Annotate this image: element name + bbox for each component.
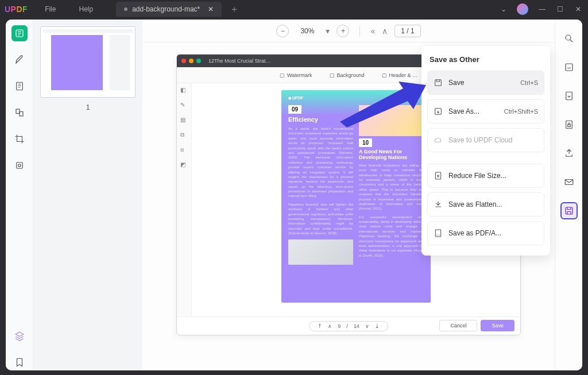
pager-prev-icon[interactable]: ∧ bbox=[328, 323, 332, 329]
ocr-icon[interactable] bbox=[560, 59, 578, 76]
inner-tool-icon[interactable]: ◧ bbox=[180, 87, 188, 95]
share-icon[interactable] bbox=[560, 145, 578, 162]
menu-label: Save as PDF/A... bbox=[448, 229, 501, 237]
svg-rect-13 bbox=[435, 80, 442, 86]
body-text: As a result, the bank's conventional doc… bbox=[288, 126, 353, 199]
body-text: For successful development and sustainab… bbox=[359, 215, 424, 258]
menu-save-cloud[interactable]: Save to UPDF Cloud bbox=[427, 128, 544, 152]
zoom-out-button[interactable]: − bbox=[276, 25, 289, 37]
menu-label: Save bbox=[448, 79, 464, 87]
doc-image bbox=[359, 105, 424, 136]
menu-label: Save as Flatten... bbox=[448, 200, 502, 208]
tab-header-footer[interactable]: ▢ Header & … bbox=[382, 72, 418, 78]
svg-rect-4 bbox=[16, 163, 22, 169]
inner-left-tools: ◧ ✎ ▤ ⧉ ⧇ ◩ bbox=[177, 83, 192, 316]
svg-rect-2 bbox=[16, 109, 20, 114]
document-page: ◆ UPDF 09 Efficiency As a result, the ba… bbox=[281, 90, 431, 303]
crop-tool-icon[interactable] bbox=[11, 131, 28, 147]
pager-next-icon[interactable]: ∨ bbox=[365, 323, 369, 329]
user-avatar[interactable] bbox=[517, 3, 528, 15]
inner-tool-icon[interactable]: ⧉ bbox=[180, 132, 188, 140]
comment-tool-icon[interactable] bbox=[11, 52, 28, 68]
pager-last-icon[interactable]: ⤓ bbox=[375, 323, 380, 329]
app-frame: 1 − 30% ▾ + « ∧ 1 / 1 12The Most Cr bbox=[6, 20, 582, 370]
pager-current: 9 bbox=[338, 323, 341, 329]
zoom-dropdown-icon[interactable]: ▾ bbox=[326, 26, 330, 36]
tab-title: add-background-mac* bbox=[132, 5, 200, 13]
page-separator: / bbox=[407, 27, 408, 35]
view-toolbar: − 30% ▾ + « ∧ 1 / 1 bbox=[142, 20, 555, 42]
section-number: 10 bbox=[359, 138, 372, 147]
close-window-button[interactable]: ✕ bbox=[575, 5, 583, 13]
page-thumbnail[interactable] bbox=[40, 26, 136, 98]
email-icon[interactable] bbox=[560, 173, 578, 191]
menu-save-as[interactable]: Save As... Ctrl+Shift+S bbox=[427, 99, 544, 123]
thumbnail-panel: 1 bbox=[33, 20, 142, 370]
tools-icon[interactable] bbox=[11, 157, 28, 173]
svg-rect-10 bbox=[567, 125, 570, 127]
inner-tool-icon[interactable]: ✎ bbox=[180, 102, 188, 110]
inner-tool-icon[interactable]: ⧇ bbox=[180, 146, 188, 154]
convert-icon[interactable] bbox=[560, 87, 578, 105]
search-icon[interactable] bbox=[560, 30, 578, 47]
menu-save-pdfa[interactable]: Save as PDF/A... bbox=[427, 221, 544, 245]
menu-file[interactable]: File bbox=[45, 5, 56, 13]
svg-rect-17 bbox=[435, 230, 440, 237]
svg-rect-11 bbox=[565, 180, 573, 185]
thumbnail-page-number: 1 bbox=[40, 103, 136, 111]
total-pages: 1 bbox=[411, 27, 415, 35]
menu-save-flatten[interactable]: Save as Flatten... bbox=[427, 192, 544, 217]
svg-rect-12 bbox=[566, 207, 572, 214]
menu-reduce-size[interactable]: Reduce File Size... bbox=[427, 164, 544, 188]
svg-rect-8 bbox=[566, 92, 572, 100]
right-toolbar bbox=[555, 20, 582, 370]
document-tab[interactable]: add-background-mac* ✕ bbox=[116, 2, 222, 17]
menu-label: Save to UPDF Cloud bbox=[448, 136, 512, 144]
pager-first-icon[interactable]: ⤒ bbox=[318, 323, 322, 329]
save-as-other-popover: Save as Other Save Ctrl+S Save As... Ctr… bbox=[421, 46, 550, 256]
inner-tool-icon[interactable]: ◩ bbox=[180, 161, 188, 169]
inner-save-button[interactable]: Save bbox=[481, 320, 514, 331]
chevron-down-icon[interactable]: ⌄ bbox=[501, 5, 506, 13]
new-tab-button[interactable]: ＋ bbox=[230, 3, 239, 16]
reader-mode-icon[interactable] bbox=[11, 25, 28, 41]
zoom-in-button[interactable]: + bbox=[336, 25, 349, 37]
page-tool-icon[interactable] bbox=[11, 105, 28, 121]
doc-image bbox=[288, 239, 353, 265]
maximize-button[interactable]: ☐ bbox=[557, 5, 565, 13]
menu-label: Reduce File Size... bbox=[448, 172, 506, 180]
titlebar-right: ⌄ — ☐ ✕ bbox=[501, 3, 583, 15]
zoom-value[interactable]: 30% bbox=[296, 27, 319, 35]
svg-rect-7 bbox=[566, 64, 572, 71]
section-heading: A Good News For Developing Nations bbox=[359, 149, 424, 161]
protect-icon[interactable] bbox=[560, 116, 578, 133]
svg-rect-3 bbox=[20, 112, 23, 117]
layers-icon[interactable] bbox=[11, 328, 28, 344]
inner-pager: ⤒ ∧ 9 / 14 ∨ ⤓ bbox=[309, 321, 388, 331]
page-indicator[interactable]: 1 / 1 bbox=[394, 25, 420, 37]
edit-tool-icon[interactable] bbox=[11, 78, 28, 94]
mac-max-icon[interactable] bbox=[196, 59, 201, 63]
inner-tool-icon[interactable]: ▤ bbox=[180, 117, 188, 125]
left-toolbar bbox=[6, 20, 33, 370]
separator bbox=[359, 26, 360, 36]
tab-watermark[interactable]: ▢ Watermark bbox=[280, 72, 312, 78]
menu-shortcut: Ctrl+Shift+S bbox=[504, 108, 538, 115]
mac-min-icon[interactable] bbox=[189, 59, 194, 63]
pager-total: 14 bbox=[354, 323, 359, 329]
save-as-other-icon[interactable] bbox=[560, 202, 578, 219]
mac-close-icon[interactable] bbox=[181, 59, 186, 63]
svg-rect-1 bbox=[16, 82, 22, 90]
first-page-icon[interactable]: « bbox=[370, 26, 375, 36]
minimize-button[interactable]: — bbox=[539, 5, 547, 13]
tab-indicator-icon bbox=[124, 7, 127, 11]
inner-cancel-button[interactable]: Cancel bbox=[439, 320, 477, 331]
prev-page-icon[interactable]: ∧ bbox=[382, 26, 388, 36]
body-text: Paperless financial data will lighten th… bbox=[288, 202, 353, 236]
svg-point-5 bbox=[18, 164, 21, 167]
tab-close-icon[interactable]: ✕ bbox=[208, 5, 214, 13]
menu-help[interactable]: Help bbox=[79, 5, 93, 13]
menu-save[interactable]: Save Ctrl+S bbox=[427, 71, 544, 95]
bookmark-icon[interactable] bbox=[11, 354, 28, 370]
tab-background[interactable]: ▢ Background bbox=[330, 72, 365, 78]
